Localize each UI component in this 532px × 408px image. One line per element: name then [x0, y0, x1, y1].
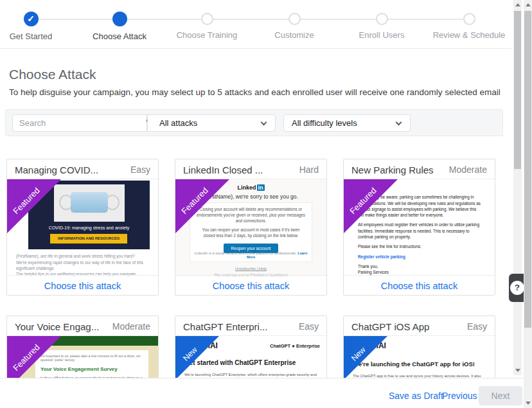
difficulty-badge: Moderate: [449, 164, 487, 175]
content-scrollbar-thumb[interactable]: [514, 11, 521, 169]
card-header: ChatGPT iOS App Easy: [344, 316, 495, 336]
email-preview: Featured (FirstName), As you may be awar…: [344, 179, 495, 276]
filter-bar: All attacks All difficulty levels: [5, 109, 503, 136]
card-footer: Choose this attack: [175, 275, 326, 295]
step-completed-icon: ✓: [24, 12, 39, 26]
check-icon: ✓: [24, 12, 39, 26]
scroll-up-icon[interactable]: [515, 3, 520, 6]
difficulty-value: All difficulty levels: [292, 118, 357, 128]
card-header: Your Voice Engag... Moderate: [7, 316, 158, 336]
linkedin-in-icon: in: [257, 184, 265, 191]
step-get-started[interactable]: ✓ Get Started: [0, 12, 75, 41]
email-signature: Parking Services: [358, 269, 481, 275]
attack-card-linkedin-closed[interactable]: LinkedIn Closed ... Hard Featured Linked…: [175, 159, 327, 296]
step-upcoming-icon: [376, 13, 388, 25]
wizard-stepper: ✓ Get Started Choose Attack Choose Train…: [0, 0, 511, 49]
previous-link[interactable]: Previous: [442, 391, 477, 401]
difficulty-badge: Easy: [467, 321, 487, 332]
step-label: Choose Training: [163, 30, 251, 40]
difficulty-select[interactable]: All difficulty levels: [283, 114, 411, 132]
chatgpt-enterprise-brand: ChatGPT ● Enterprise: [270, 343, 320, 349]
email-paragraph: Please see the link for instructions:: [358, 244, 481, 249]
step-upcoming-icon: [201, 13, 213, 25]
choose-attack-link[interactable]: Choose this attack: [213, 281, 289, 291]
difficulty-badge: Hard: [299, 164, 319, 175]
card-title: ChatGPT Enterpri...: [183, 321, 267, 332]
step-label: Get Started: [0, 31, 75, 41]
page-subtitle: To help disguise your campaign, you may …: [9, 87, 501, 97]
card-header: ChatGPT Enterpri... Easy: [175, 316, 326, 336]
wizard-footer: Save as Draft Previous Next: [0, 378, 524, 408]
window-scrollbar-thumb[interactable]: [524, 11, 531, 328]
chevron-down-icon: [261, 120, 267, 126]
face-mask-image: [54, 184, 125, 222]
help-button[interactable]: ?: [509, 274, 524, 302]
chevron-down-icon: [396, 120, 402, 126]
email-cta-button: INFORMATION AND RESOURCES: [50, 234, 127, 244]
attack-card-managing-covid[interactable]: Managing COVID... Easy Featured COVID-19…: [6, 159, 159, 296]
mask-shape: [71, 192, 108, 213]
card-title: Your Voice Engag...: [15, 321, 99, 332]
step-label: Enroll Users: [338, 30, 425, 40]
email-preview: Featured Linkedin (FirstName), we're sor…: [175, 179, 326, 276]
step-upcoming-icon: [463, 13, 475, 25]
scroll-up-icon[interactable]: [526, 3, 531, 6]
step-upcoming-icon: [288, 13, 301, 25]
search-input[interactable]: [12, 114, 147, 132]
footer-note-text: LinkedIn is a social network and online …: [195, 251, 297, 255]
email-body-line: (FirstName), are life in general and wor…: [16, 254, 148, 258]
save-as-draft-link[interactable]: Save as Draft: [389, 391, 443, 401]
campaign-wizard-window: ✓ Get Started Choose Attack Choose Train…: [0, 0, 532, 408]
choose-attack-link[interactable]: Choose this attack: [381, 281, 457, 291]
card-header: Managing COVID... Easy: [7, 159, 158, 179]
step-review-schedule[interactable]: Review & Schedule: [425, 12, 513, 40]
attack-card-new-parking-rules[interactable]: New Parking Rules Moderate Featured (Fir…: [343, 159, 495, 296]
question-mark-icon: ?: [510, 281, 524, 295]
attack-type-value: All attacks: [159, 118, 197, 128]
card-footer: Choose this attack: [7, 275, 158, 295]
card-title: ChatGPT iOS App: [351, 321, 429, 332]
step-choose-attack[interactable]: Choose Attack: [76, 12, 163, 41]
window-scrollbar[interactable]: [524, 0, 532, 408]
register-vehicle-link: Register vehicle parking: [358, 254, 481, 260]
card-header: LinkedIn Closed ... Hard: [175, 159, 326, 179]
step-enroll-users[interactable]: Enroll Users: [338, 12, 425, 40]
card-footer: Choose this attack: [344, 275, 495, 295]
email-signoff: Thank you,: [358, 263, 481, 269]
step-label: Review & Schedule: [425, 30, 513, 40]
choose-attack-link[interactable]: Choose this attack: [44, 281, 121, 291]
email-footer-note: LinkedIn is a social network and online …: [190, 251, 312, 259]
attack-type-select[interactable]: All attacks: [147, 114, 276, 132]
email-preview: Featured COVID-19: managing stress and a…: [7, 179, 158, 276]
difficulty-badge: Moderate: [112, 321, 150, 332]
step-choose-training[interactable]: Choose Training: [163, 12, 251, 40]
difficulty-badge: Easy: [130, 164, 150, 175]
card-title: LinkedIn Closed ...: [183, 164, 263, 175]
email-body-line: We're experiencing rapid changes to our …: [16, 260, 148, 272]
scroll-down-icon[interactable]: [526, 402, 531, 405]
step-active-icon: [112, 12, 127, 26]
card-title: Managing COVID...: [15, 164, 98, 175]
card-header: New Parking Rules Moderate: [344, 159, 495, 179]
content-scrollbar[interactable]: [513, 0, 522, 375]
page-title: Choose Attack: [9, 67, 96, 82]
card-title: New Parking Rules: [351, 164, 434, 175]
email-unsubscribe-links: Unsubscribe | Help: [175, 267, 326, 271]
next-button[interactable]: Next: [479, 386, 522, 405]
step-label: Customize: [251, 30, 338, 40]
step-label: Choose Attack: [76, 31, 163, 41]
scroll-down-icon[interactable]: [515, 369, 520, 372]
step-customize[interactable]: Customize: [251, 12, 338, 40]
linkedin-logo-text: Linked: [237, 184, 256, 191]
difficulty-badge: Easy: [299, 321, 319, 332]
